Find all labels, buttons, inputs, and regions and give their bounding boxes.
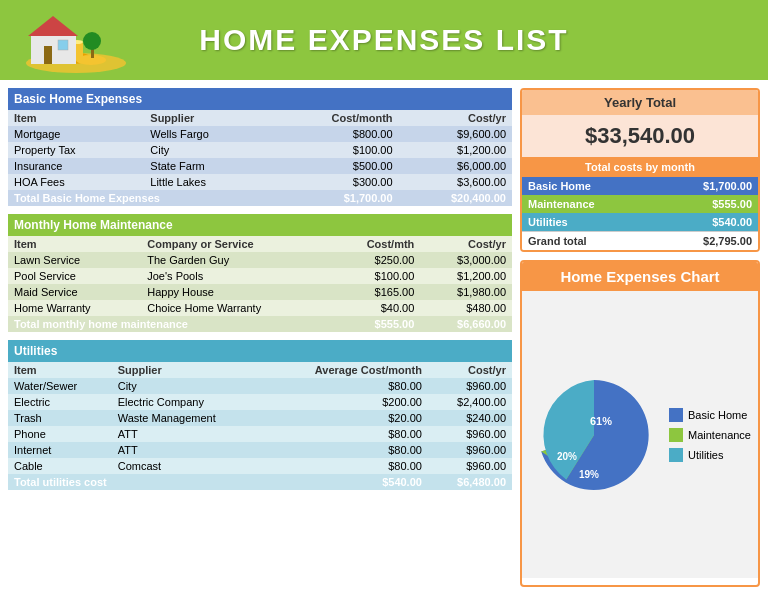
cell: Electric xyxy=(8,394,112,410)
legend-util-color xyxy=(669,448,683,462)
table-row: Home Warranty Choice Home Warranty $40.0… xyxy=(8,300,512,316)
table-row: Electric Electric Company $200.00 $2,400… xyxy=(8,394,512,410)
cell: Water/Sewer xyxy=(8,378,112,394)
table-row: Pool Service Joe's Pools $100.00 $1,200.… xyxy=(8,268,512,284)
legend-util-label: Utilities xyxy=(688,449,723,461)
svg-marker-9 xyxy=(28,16,78,36)
cell: $80.00 xyxy=(264,378,428,394)
maint-total-label: Total monthly home maintenance xyxy=(8,316,331,332)
maint-total-row: Total monthly home maintenance $555.00 $… xyxy=(8,316,512,332)
basic-total-month: $1,700.00 xyxy=(275,190,399,206)
cell: Happy House xyxy=(141,284,330,300)
svg-rect-8 xyxy=(31,36,76,64)
cell: Mortgage xyxy=(8,126,144,142)
cell: Trash xyxy=(8,410,112,426)
cell: Electric Company xyxy=(112,394,264,410)
table-row: Phone ATT $80.00 $960.00 xyxy=(8,426,512,442)
costs-util-row: Utilities $540.00 xyxy=(522,213,758,232)
legend-maint: Maintenance xyxy=(669,428,751,442)
table-row: Maid Service Happy House $165.00 $1,980.… xyxy=(8,284,512,300)
cell: $1,200.00 xyxy=(399,142,512,158)
util-col-header: Item Supplier Average Cost/month Cost/yr xyxy=(8,362,512,378)
cell: Insurance xyxy=(8,158,144,174)
cell: Home Warranty xyxy=(8,300,141,316)
cell: Maid Service xyxy=(8,284,141,300)
maint-total-yr: $6,660.00 xyxy=(420,316,512,332)
header: HOME EXPENSES LIST xyxy=(0,0,768,80)
yearly-title: Yearly Total xyxy=(522,90,758,115)
util-total-label: Total utilities cost xyxy=(8,474,264,490)
util-col-supplier: Supplier xyxy=(112,362,264,378)
costs-by-month-table: Basic Home $1,700.00 Maintenance $555.00… xyxy=(522,177,758,250)
table-row: Insurance State Farm $500.00 $6,000.00 xyxy=(8,158,512,174)
chart-title: Home Expenses Chart xyxy=(522,262,758,291)
cell: $100.00 xyxy=(331,268,421,284)
basic-total-row: Total Basic Home Expenses $1,700.00 $20,… xyxy=(8,190,512,206)
cell: Property Tax xyxy=(8,142,144,158)
costs-maint-row: Maintenance $555.00 xyxy=(522,195,758,213)
cell: $300.00 xyxy=(275,174,399,190)
chart-box: Home Expenses Chart 61% 20% xyxy=(520,260,760,587)
right-column: Yearly Total $33,540.00 Total costs by m… xyxy=(520,88,760,587)
maint-col-service: Company or Service xyxy=(141,236,330,252)
header-icon xyxy=(16,8,136,73)
svg-text:20%: 20% xyxy=(557,451,577,462)
cell: Pool Service xyxy=(8,268,141,284)
basic-total-label: Total Basic Home Expenses xyxy=(8,190,275,206)
cell: $960.00 xyxy=(428,426,512,442)
util-col-yr: Cost/yr xyxy=(428,362,512,378)
legend-util: Utilities xyxy=(669,448,751,462)
table-row: Internet ATT $80.00 $960.00 xyxy=(8,442,512,458)
cell: Little Lakes xyxy=(144,174,275,190)
yearly-value: $33,540.00 xyxy=(522,115,758,157)
cell: $100.00 xyxy=(275,142,399,158)
svg-rect-10 xyxy=(44,46,52,64)
costs-grand-label: Grand total xyxy=(522,232,655,251)
util-col-avg-month: Average Cost/month xyxy=(264,362,428,378)
cell: $960.00 xyxy=(428,458,512,474)
svg-text:19%: 19% xyxy=(579,469,599,480)
svg-text:61%: 61% xyxy=(590,415,612,427)
maint-col-item: Item xyxy=(8,236,141,252)
chart-legend: Basic Home Maintenance Utilities xyxy=(669,408,751,462)
cell: $165.00 xyxy=(331,284,421,300)
cell: $80.00 xyxy=(264,442,428,458)
cell: $240.00 xyxy=(428,410,512,426)
cell: $20.00 xyxy=(264,410,428,426)
legend-maint-label: Maintenance xyxy=(688,429,751,441)
utilities-header: Utilities xyxy=(8,340,512,362)
cell: $3,600.00 xyxy=(399,174,512,190)
basic-total-yr: $20,400.00 xyxy=(399,190,512,206)
legend-basic-color xyxy=(669,408,683,422)
basic-col-header: Item Supplier Cost/month Cost/yr xyxy=(8,110,512,126)
cell: City xyxy=(144,142,275,158)
cell: $1,980.00 xyxy=(420,284,512,300)
maint-col-yr: Cost/yr xyxy=(420,236,512,252)
table-row: HOA Fees Little Lakes $300.00 $3,600.00 xyxy=(8,174,512,190)
pie-chart-svg: 61% 20% 19% xyxy=(529,370,659,500)
basic-home-section: Basic Home Expenses Item Supplier Cost/m… xyxy=(8,88,512,206)
left-column: Basic Home Expenses Item Supplier Cost/m… xyxy=(8,88,512,587)
maint-col-header: Item Company or Service Cost/mth Cost/yr xyxy=(8,236,512,252)
cell: $480.00 xyxy=(420,300,512,316)
cell: Cable xyxy=(8,458,112,474)
cell: Joe's Pools xyxy=(141,268,330,284)
legend-maint-color xyxy=(669,428,683,442)
basic-col-item: Item xyxy=(8,110,144,126)
utilities-table: Item Supplier Average Cost/month Cost/yr… xyxy=(8,362,512,490)
basic-home-table: Item Supplier Cost/month Cost/yr Mortgag… xyxy=(8,110,512,206)
table-row: Lawn Service The Garden Guy $250.00 $3,0… xyxy=(8,252,512,268)
table-row: Cable Comcast $80.00 $960.00 xyxy=(8,458,512,474)
util-total-yr: $6,480.00 xyxy=(428,474,512,490)
cell: $80.00 xyxy=(264,458,428,474)
cell: The Garden Guy xyxy=(141,252,330,268)
costs-util-label: Utilities xyxy=(522,213,655,232)
cell: $9,600.00 xyxy=(399,126,512,142)
table-row: Trash Waste Management $20.00 $240.00 xyxy=(8,410,512,426)
basic-home-header: Basic Home Expenses xyxy=(8,88,512,110)
costs-basic-row: Basic Home $1,700.00 xyxy=(522,177,758,195)
cell: Wells Fargo xyxy=(144,126,275,142)
util-col-item: Item xyxy=(8,362,112,378)
basic-col-yr: Cost/yr xyxy=(399,110,512,126)
cell: $250.00 xyxy=(331,252,421,268)
